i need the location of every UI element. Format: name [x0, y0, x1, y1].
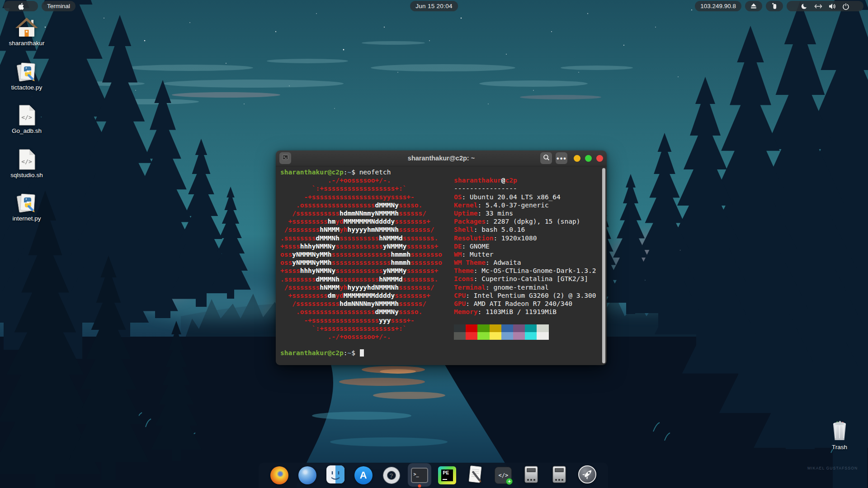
scrollbar-thumb[interactable] [602, 168, 605, 363]
dock-text-editor[interactable] [463, 463, 487, 488]
desktop-icon-label: Go_adb.sh [2, 127, 52, 134]
active-app-highlight [408, 463, 431, 487]
terminal-cursor [360, 349, 364, 357]
rocket-launcher-icon [578, 465, 596, 485]
eject-icon [750, 2, 758, 10]
apple-menu[interactable] [4, 1, 38, 11]
clock[interactable]: Jun 15 20:04 [410, 1, 458, 11]
ip-label: 103.249.90.8 [700, 3, 736, 9]
app-store-icon: A [354, 466, 373, 484]
help-icon: ? [383, 467, 400, 483]
system-menu[interactable] [787, 1, 863, 11]
ellipsis-icon: ●●● [557, 156, 567, 161]
terminal-scrollbar[interactable] [602, 168, 606, 364]
script-editor-icon: </> + [495, 467, 512, 484]
ip-indicator[interactable]: 103.249.90.8 [695, 1, 741, 11]
desktop-icon-tictactoe[interactable]: tictactoe.py [2, 61, 52, 91]
terminal-window: sharanthakur@c2p: ~ ●●● sharanthakur@c2p… [276, 150, 607, 365]
terminal-titlebar[interactable]: sharanthakur@c2p: ~ ●●● [276, 150, 607, 166]
search-icon [542, 154, 550, 163]
disk-drive-icon [552, 465, 567, 485]
dock-launcher[interactable] [576, 463, 599, 488]
dock-chromium[interactable] [296, 463, 319, 488]
dock-drive-1[interactable] [519, 463, 543, 488]
notification-menu[interactable] [766, 1, 783, 11]
shell-prompt-history: sharanthakur@c2p:~$ neofetch [280, 168, 602, 176]
files-icon [326, 465, 344, 485]
shell-script-icon: </> [2, 148, 52, 171]
desktop-icon-sqlstudio[interactable]: </> sqlstudio.sh [2, 148, 52, 178]
power-icon [842, 3, 849, 10]
eject-menu[interactable] [745, 1, 762, 11]
neofetch-ascii-art: .-/+oossssoo+/-. `:+ssssssssssssssssss+:… [280, 176, 442, 341]
badge-icon: + [506, 478, 513, 485]
shell-script-icon: </> [2, 104, 52, 127]
desktop-icon-label: sharanthakur [2, 40, 52, 47]
desktop-icon-home[interactable]: sharanthakur [2, 16, 52, 47]
disk-drive-icon [524, 465, 539, 485]
terminal-content[interactable]: sharanthakur@c2p:~$ neofetch .-/+oosssso… [276, 166, 607, 365]
desktop-icon-label: internet.py [2, 215, 52, 222]
svg-text:</>: </> [21, 158, 32, 165]
dock-app-store[interactable]: A [352, 463, 375, 488]
python-file-icon [2, 61, 52, 83]
dock-pycharm[interactable]: PE [435, 463, 459, 488]
trash-icon [826, 436, 853, 443]
apple-logo-icon [18, 3, 24, 10]
dock-files[interactable] [324, 463, 347, 488]
pycharm-icon: PE [438, 466, 456, 484]
top-bar: Terminal Jun 15 20:04 103.249.90.8 [0, 0, 868, 12]
chromium-icon [298, 466, 316, 484]
close-button[interactable] [596, 155, 603, 162]
desktop-icon-goadb[interactable]: </> Go_adb.sh [2, 104, 52, 134]
neofetch-info: sharanthakur@c2p----------------OS: Ubun… [454, 176, 596, 341]
dock-terminal[interactable]: >_ [408, 463, 431, 488]
trash-label: Trash [819, 444, 860, 450]
dock-drive-2[interactable] [547, 463, 571, 488]
maximize-button[interactable] [585, 155, 592, 162]
menu-button[interactable]: ●●● [556, 152, 567, 164]
clock-label: Jun 15 20:04 [415, 3, 453, 9]
new-terminal-icon [281, 153, 289, 163]
trash[interactable]: Trash [819, 418, 860, 450]
new-tab-button[interactable] [279, 152, 291, 164]
dock: A ? >_ PE </> [259, 463, 608, 488]
minimize-button[interactable] [574, 155, 580, 162]
night-light-icon [801, 3, 808, 10]
running-indicator [418, 484, 421, 488]
app-menu[interactable]: Terminal [42, 1, 75, 11]
desktop: Terminal Jun 15 20:04 103.249.90.8 [0, 0, 868, 488]
neofetch-output: .-/+oossssoo+/-. `:+ssssssssssssssssss+:… [280, 176, 602, 341]
window-controls [574, 155, 603, 162]
network-link-icon [814, 3, 822, 10]
desktop-icon-label: sqlstudio.sh [2, 172, 52, 178]
dock-firefox[interactable] [268, 463, 291, 488]
dock-help[interactable]: ? [380, 463, 403, 488]
home-folder-icon [2, 16, 52, 39]
desktop-icon-internet[interactable]: internet.py [2, 192, 52, 222]
volume-icon [829, 3, 836, 10]
desktop-icon-label: tictactoe.py [2, 84, 52, 91]
blank-line [280, 341, 602, 349]
svg-text:</>: </> [21, 114, 32, 121]
wallpaper-credit: MIKAEL GUSTAFSSON [807, 466, 858, 470]
python-file-icon [2, 192, 52, 214]
dock-script-editor[interactable]: </> + [491, 463, 515, 488]
search-button[interactable] [540, 152, 552, 164]
shell-prompt-current: sharanthakur@c2p:~$ [280, 349, 602, 357]
notification-icon [771, 2, 778, 10]
app-menu-label: Terminal [47, 3, 70, 9]
firefox-icon [270, 466, 288, 484]
text-editor-icon [466, 465, 484, 485]
